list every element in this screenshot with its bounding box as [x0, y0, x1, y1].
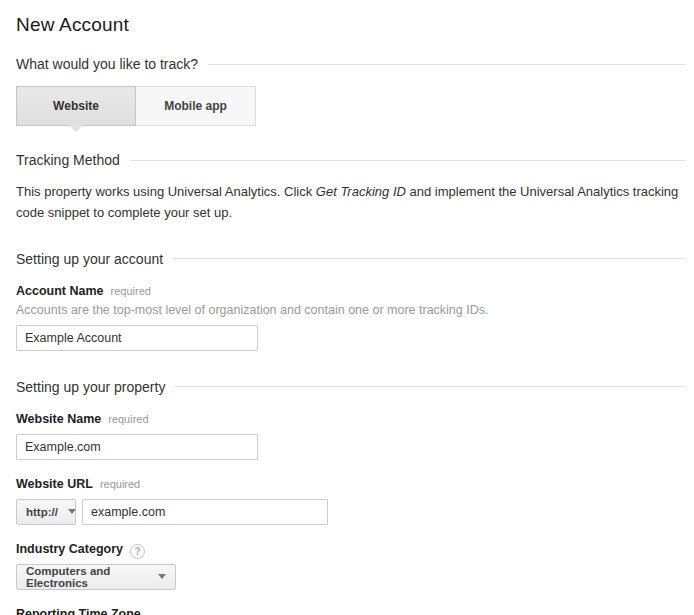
tracking-method-heading-label: Tracking Method — [16, 152, 120, 168]
section-divider — [175, 386, 686, 387]
tab-website[interactable]: Website — [16, 86, 136, 126]
section-divider — [208, 64, 686, 65]
property-section-heading: Setting up your property — [16, 379, 686, 395]
website-name-required-badge: required — [108, 413, 148, 425]
tab-website-label: Website — [53, 99, 99, 113]
industry-category-label-row: Industry Category ? — [16, 542, 686, 557]
website-url-input[interactable] — [82, 499, 328, 525]
section-divider — [130, 160, 686, 161]
account-section-heading-label: Setting up your account — [16, 251, 163, 267]
tracking-method-description: This property works using Universal Anal… — [16, 181, 686, 224]
track-section-heading: What would you like to track? — [16, 56, 686, 72]
industry-category-value: Computers and Electronics — [26, 565, 148, 589]
account-name-input[interactable] — [16, 325, 258, 351]
description-italic: Get Tracking ID — [316, 184, 406, 199]
website-url-label: Website URL — [16, 477, 93, 491]
tab-mobile-app[interactable]: Mobile app — [136, 86, 256, 126]
industry-category-label: Industry Category — [16, 542, 123, 556]
account-name-label-row: Account Name required — [16, 284, 686, 298]
website-url-required-badge: required — [100, 478, 140, 490]
website-name-input[interactable] — [16, 434, 258, 460]
selected-tab-pointer-icon — [69, 125, 83, 132]
help-icon[interactable]: ? — [130, 544, 145, 559]
chevron-down-icon — [158, 574, 166, 579]
website-name-label: Website Name — [16, 412, 101, 426]
website-url-label-row: Website URL required — [16, 477, 686, 491]
industry-category-dropdown[interactable]: Computers and Electronics — [16, 564, 176, 590]
track-section-heading-label: What would you like to track? — [16, 56, 198, 72]
account-name-label: Account Name — [16, 284, 104, 298]
track-type-tabs: Website Mobile app — [16, 86, 686, 126]
description-pre: This property works using Universal Anal… — [16, 184, 316, 199]
tracking-method-heading: Tracking Method — [16, 152, 686, 168]
url-protocol-value: http:// — [26, 506, 58, 518]
account-name-required-badge: required — [111, 285, 151, 297]
website-name-label-row: Website Name required — [16, 412, 686, 426]
chevron-down-icon — [68, 509, 76, 514]
reporting-time-zone-label: Reporting Time Zone — [16, 607, 141, 615]
page-title: New Account — [16, 14, 686, 36]
account-name-helper-text: Accounts are the top-most level of organ… — [16, 303, 686, 317]
url-protocol-dropdown[interactable]: http:// — [16, 499, 76, 525]
website-url-row: http:// — [16, 499, 686, 525]
section-divider — [173, 258, 686, 259]
account-section-heading: Setting up your account — [16, 251, 686, 267]
new-account-form: New Account What would you like to track… — [16, 0, 686, 615]
tab-mobile-app-label: Mobile app — [164, 99, 227, 113]
reporting-time-zone-label-row: Reporting Time Zone — [16, 607, 686, 615]
property-section-heading-label: Setting up your property — [16, 379, 165, 395]
